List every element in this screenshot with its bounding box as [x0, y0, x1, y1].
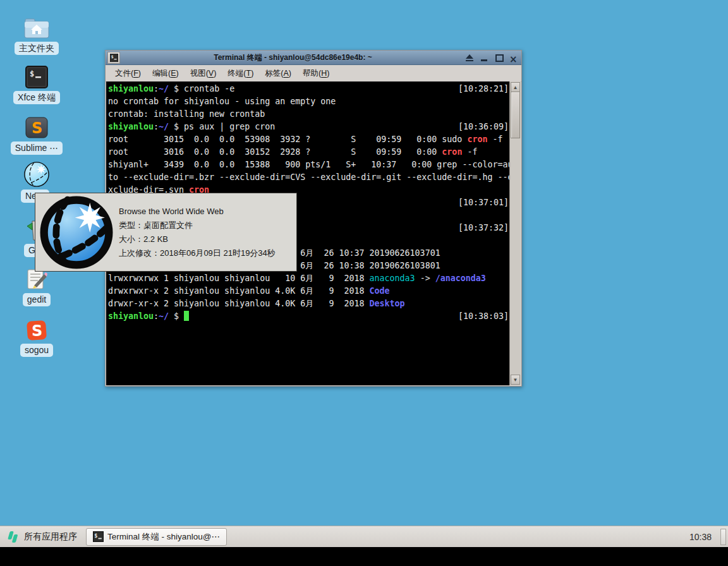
- desktop-icon-xfce-terminal[interactable]: $ Xfce 终端: [10, 63, 63, 104]
- menu-e[interactable]: 编辑(E): [147, 66, 185, 81]
- prompt-timestamp: [10:38:03]: [458, 310, 509, 323]
- close-button[interactable]: ×: [509, 54, 518, 62]
- clock[interactable]: 10:38: [689, 532, 712, 542]
- terminal-line: shiyanlou:~/ $ crontab -e[10:28:21]: [108, 83, 509, 95]
- prompt-timestamp: [10:37:32]: [458, 222, 509, 234]
- desktop-icon-label: Xfce 终端: [13, 91, 60, 104]
- desktop-icon-label: Sublime ⋯: [11, 142, 63, 155]
- menu-v[interactable]: 视图(V): [185, 66, 222, 81]
- menu-h[interactable]: 帮助(H): [297, 66, 335, 81]
- taskbar: 所有应用程序 $ Terminal 终端 - shiyanlou@⋯ 10:38: [0, 526, 728, 547]
- browser-globe-icon: [39, 195, 114, 270]
- terminal-line: root 3016 0.0 0.0 30152 2928 ? S 09:59 0…: [108, 146, 509, 159]
- shade-button[interactable]: [466, 54, 474, 62]
- prompt-timestamp: [10:36:09]: [458, 121, 509, 133]
- svg-text:S: S: [32, 119, 42, 137]
- home-folder-icon: [10, 14, 63, 39]
- scroll-up-button[interactable]: ▲: [511, 82, 520, 92]
- terminal-icon: $: [110, 54, 118, 62]
- desktop-icon-label: sogou: [20, 344, 53, 357]
- shiyanlou-logo-icon: [5, 529, 20, 545]
- terminal-line: shiyanl+ 3439 0.0 0.0 15388 900 pts/1 S+…: [108, 159, 509, 171]
- terminal-line: no crontab for shiyanlou - using an empt…: [108, 95, 509, 108]
- terminal-line: lrwxrwxrwx 1 shiyanlou shiyanlou 10 6月 9…: [108, 272, 509, 285]
- tooltip-title: Browse the World Wide Web: [119, 205, 276, 219]
- terminal-line: crontab: installing new crontab: [108, 108, 509, 121]
- terminal-cursor: [184, 311, 189, 321]
- terminal-line: shiyanlou:~/ $ ps aux | grep cron[10:36:…: [108, 121, 509, 133]
- menu-f[interactable]: 文件(F): [109, 66, 147, 81]
- desktop-icon-label: gedit: [23, 293, 51, 306]
- terminal-icon: $: [93, 531, 104, 542]
- scroll-down-button[interactable]: ▼: [511, 375, 520, 385]
- desktop-icon-home-folder[interactable]: 主文件夹: [10, 14, 63, 55]
- tooltip-type: 类型：桌面配置文件: [119, 219, 276, 232]
- sogou-icon: S: [10, 316, 63, 341]
- terminal-line: drwxr-xr-x 2 shiyanlou shiyanlou 4.0K 6月…: [108, 298, 509, 310]
- taskbar-window-title: Terminal 终端 - shiyanlou@⋯: [107, 531, 220, 543]
- desktop-icon-sogou[interactable]: S sogou: [10, 316, 63, 357]
- terminal-line: root 3015 0.0 0.0 53908 3932 ? S 09:59 0…: [108, 133, 509, 146]
- tooltip-modified: 上次修改：2018年06月09日 21时19分34秒: [119, 246, 276, 260]
- terminal-scrollbar[interactable]: ▲ ▼: [509, 81, 521, 385]
- close-icon: ×: [509, 54, 518, 65]
- shade-icon: [466, 54, 473, 59]
- bottom-black-strip: [0, 546, 728, 566]
- menu-t[interactable]: 终端(T): [222, 66, 259, 81]
- maximize-icon: [495, 54, 504, 62]
- shade-icon-bar: [466, 60, 473, 61]
- window-title: Terminal 终端 - shiyanlou@54dc86e19e4b: ~: [120, 52, 466, 63]
- prompt-timestamp: [10:28:21]: [458, 83, 509, 95]
- netsurf-globe-icon: [10, 162, 63, 187]
- menubar: 文件(F)编辑(E)视图(V)终端(T)标签(A)帮助(H): [106, 65, 521, 82]
- tooltip-size: 大小：2.2 KB: [119, 232, 276, 246]
- panel-handle[interactable]: [720, 529, 726, 545]
- file-tooltip: Browse the World Wide Web 类型：桌面配置文件 大小：2…: [35, 193, 297, 272]
- scrollbar-thumb[interactable]: [511, 92, 520, 138]
- all-applications-label[interactable]: 所有应用程序: [24, 531, 77, 543]
- terminal-line: drwxrwxr-x 2 shiyanlou shiyanlou 4.0K 6月…: [108, 285, 509, 298]
- terminal-line: to --exclude-dir=.bzr --exclude-dir=CVS …: [108, 171, 509, 184]
- applications-menu-button[interactable]: [5, 529, 20, 545]
- sublime-icon: S: [10, 114, 63, 139]
- xfce-terminal-icon: $: [10, 63, 63, 88]
- desktop-icon-sublime[interactable]: S Sublime ⋯: [10, 114, 63, 155]
- terminal-line: shiyanlou:~/ $ [10:38:03]: [108, 310, 509, 323]
- svg-text:$: $: [111, 54, 113, 59]
- taskbar-window-button[interactable]: $ Terminal 终端 - shiyanlou@⋯: [86, 528, 227, 546]
- menu-a[interactable]: 标签(A): [259, 66, 297, 81]
- terminal-app-icon[interactable]: $: [107, 52, 120, 64]
- svg-text:$: $: [30, 69, 34, 78]
- titlebar[interactable]: $ Terminal 终端 - shiyanlou@54dc86e19e4b: …: [106, 51, 521, 65]
- maximize-button[interactable]: [495, 54, 503, 62]
- desktop-icon-label: 主文件夹: [15, 42, 59, 55]
- svg-text:S: S: [32, 322, 42, 340]
- minimize-icon: [481, 59, 487, 61]
- prompt-timestamp: [10:37:01]: [458, 196, 509, 209]
- svg-text:$: $: [94, 533, 97, 539]
- minimize-button[interactable]: [480, 54, 488, 62]
